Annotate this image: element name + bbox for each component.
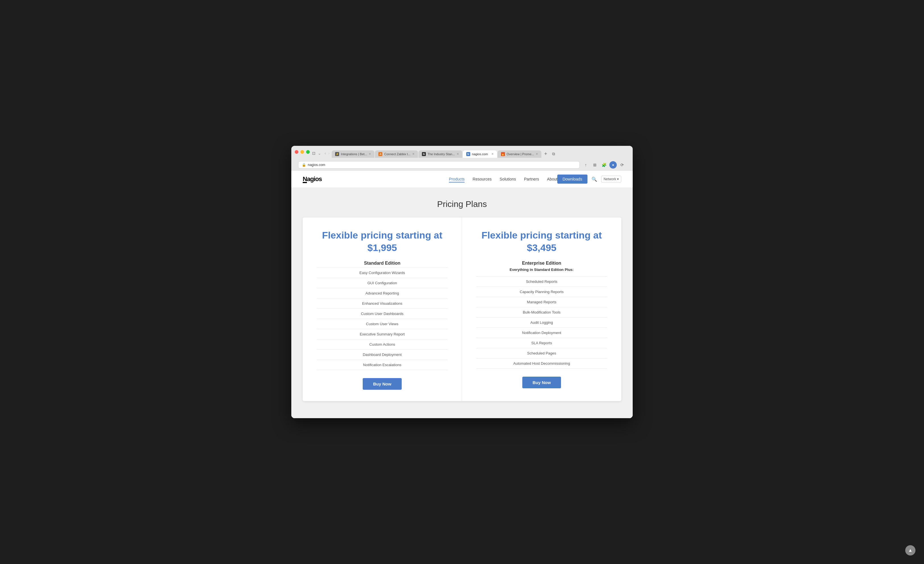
website-content: Nagios Products Resources Solutions Part… [291, 171, 633, 418]
tab-close-icon[interactable]: ✕ [491, 153, 494, 156]
tab-close-icon[interactable]: ✕ [536, 153, 538, 156]
list-item: Scheduled Pages [476, 348, 607, 359]
close-button[interactable] [295, 150, 298, 154]
minimize-button[interactable] [300, 150, 304, 154]
pricing-grid: Flexible pricing starting at $1,995 Stan… [303, 217, 621, 401]
share-icon[interactable]: ↑ [582, 161, 590, 169]
enterprise-feature-list: Scheduled Reports Capacity Planning Repo… [476, 276, 607, 369]
chevron-up-icon: ▲ [908, 548, 913, 553]
nav-products[interactable]: Products [449, 177, 465, 183]
nav-partners[interactable]: Partners [524, 177, 539, 181]
scroll-top-button[interactable]: ▲ [905, 545, 915, 555]
sidebar-toggle-icon[interactable]: ⊡ [312, 151, 315, 156]
bookmark-icon[interactable]: ⊞ [591, 161, 598, 169]
tab-close-icon[interactable]: ✕ [457, 153, 459, 156]
page-title: Pricing Plans [303, 199, 621, 209]
list-item: Custom User Views [317, 319, 447, 329]
downloads-button[interactable]: Downloads [557, 175, 587, 184]
list-item: Notification Deployment [476, 328, 607, 338]
tab-nagios-active[interactable]: N nagios.com ✕ [463, 150, 497, 158]
tab-prometheus[interactable]: 🔥 Overview | Prome... ✕ [498, 150, 542, 158]
nav-about[interactable]: About [547, 177, 558, 181]
list-item: Audit Logging [476, 317, 607, 328]
tab-favicon: N [422, 152, 426, 156]
enterprise-pricing-card: Flexible pricing starting at $3,495 Ente… [462, 217, 621, 401]
nav-solutions[interactable]: Solutions [500, 177, 516, 181]
list-item: Automated Host Decommissioning [476, 359, 607, 369]
tabs-bar: ⚡ Integrations | Bet... ✕ A Connect Zabb… [332, 150, 629, 158]
list-item: GUI Configuration [317, 278, 447, 288]
back-button[interactable]: ‹ [325, 151, 326, 156]
tab-favicon: ⚡ [335, 152, 339, 156]
tab-favicon: A [378, 152, 382, 156]
tab-close-icon[interactable]: ✕ [412, 153, 414, 156]
tab-overview-button[interactable]: ⧉ [550, 150, 557, 158]
browser-chrome: ⊡ ⌄ ‹ › ⚡ Integrations | Bet... ✕ A Conn… [291, 146, 633, 171]
list-item: Managed Reports [476, 297, 607, 307]
nav-resources[interactable]: Resources [472, 177, 492, 181]
profile-icon[interactable]: ● [609, 161, 617, 169]
enterprise-edition-subtitle: Everything in Standard Edition Plus: [476, 268, 607, 272]
tab-label: Overview | Prome... [507, 153, 534, 156]
traffic-lights [295, 150, 310, 154]
list-item: Notification Escalations [317, 360, 447, 370]
standard-edition-title: Standard Edition [317, 261, 447, 266]
list-item: Scheduled Reports [476, 276, 607, 287]
url-text: nagios.com [308, 163, 325, 167]
tab-label: Connect Zabbix t... [384, 153, 410, 156]
enterprise-headline: Flexible pricing starting at $3,495 [476, 229, 607, 254]
address-bar[interactable]: 🔒 nagios.com [298, 161, 580, 169]
tab-zabbix[interactable]: A Connect Zabbix t... ✕ [375, 150, 418, 158]
refresh-icon[interactable]: ⟳ [618, 161, 626, 169]
fullscreen-button[interactable] [306, 150, 310, 154]
browser-window: ⊡ ⌄ ‹ › ⚡ Integrations | Bet... ✕ A Conn… [291, 146, 633, 418]
nav: Nagios Products Resources Solutions Part… [291, 171, 633, 188]
lock-icon: 🔒 [302, 163, 306, 167]
list-item: Capacity Planning Reports [476, 287, 607, 297]
standard-buy-now-button[interactable]: Buy Now [363, 378, 401, 390]
chevron-down-icon[interactable]: ⌄ [318, 151, 321, 156]
enterprise-buy-now-button[interactable]: Buy Now [522, 377, 561, 388]
forward-button: › [328, 151, 330, 156]
list-item: Dashboard Deployment [317, 350, 447, 360]
list-item: SLA Reports [476, 338, 607, 348]
list-item: Custom Actions [317, 340, 447, 350]
tab-label: Integrations | Bet... [341, 153, 367, 156]
list-item: Enhanced Visualizations [317, 298, 447, 309]
network-dropdown[interactable]: Network ▾ [601, 176, 621, 183]
main-content: Pricing Plans Flexible pricing starting … [291, 188, 633, 418]
tab-close-icon[interactable]: ✕ [369, 153, 371, 156]
extensions-icon[interactable]: 🧩 [600, 161, 608, 169]
tab-label: The Industry Stan... [428, 153, 455, 156]
tab-favicon: 🔥 [501, 152, 505, 156]
standard-feature-list: Easy Configuration Wizards GUI Configura… [317, 268, 447, 370]
tab-favicon: N [466, 152, 470, 156]
list-item: Custom User Dashboards [317, 309, 447, 319]
new-tab-button[interactable]: + [542, 150, 549, 158]
address-bar-row: 🔒 nagios.com ↑ ⊞ 🧩 ● ⟳ [295, 160, 629, 171]
nav-links: Products Resources Solutions Partners Ab… [449, 177, 557, 182]
tab-label: nagios.com [472, 153, 488, 156]
toolbar-icons: ↑ ⊞ 🧩 ● ⟳ [582, 161, 626, 169]
logo[interactable]: Nagios [303, 175, 322, 183]
tab-industry[interactable]: N The Industry Stan... ✕ [418, 150, 462, 158]
list-item: Bulk-Modification Tools [476, 307, 607, 317]
enterprise-edition-title: Enterprise Edition [476, 261, 607, 266]
tab-integrations[interactable]: ⚡ Integrations | Bet... ✕ [332, 150, 374, 158]
standard-pricing-card: Flexible pricing starting at $1,995 Stan… [303, 217, 462, 401]
search-icon[interactable]: 🔍 [591, 177, 597, 182]
list-item: Easy Configuration Wizards [317, 268, 447, 278]
list-item: Executive Summary Report [317, 329, 447, 340]
list-item: Advanced Reporting [317, 288, 447, 298]
standard-headline: Flexible pricing starting at $1,995 [317, 229, 447, 254]
